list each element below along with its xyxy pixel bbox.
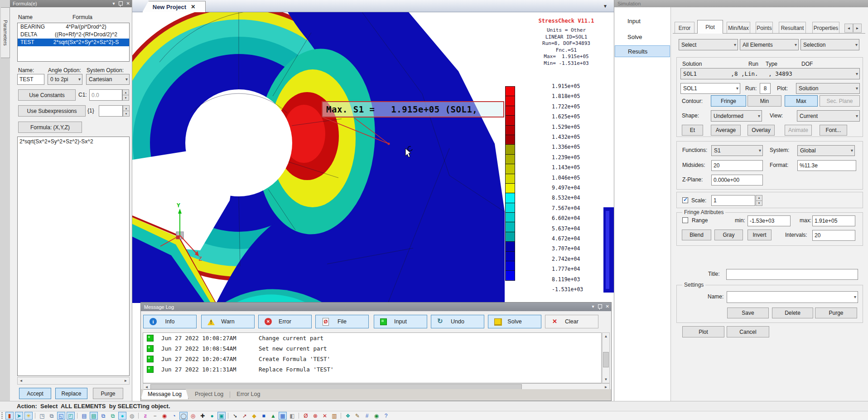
toolbar-drag-handle[interactable] <box>1 412 3 419</box>
pin-icon[interactable] <box>119 1 123 5</box>
tab-properties[interactable]: Properties <box>812 22 839 34</box>
font-button[interactable]: Font... <box>820 125 847 136</box>
subexpression-spinner[interactable] <box>123 105 130 117</box>
message-log-list[interactable]: Jun 27 2022 10:08:27AMChange current par… <box>143 332 602 383</box>
angle-dial-icon[interactable]: ◔ <box>170 412 178 420</box>
undo-filter-button[interactable]: Undo <box>431 315 484 328</box>
replace-button[interactable]: Replace <box>55 388 87 399</box>
scroll-right-icon[interactable]: ► <box>122 377 129 384</box>
solution-select[interactable]: SOL1 <box>680 83 740 94</box>
tab-resultant[interactable]: Resultant <box>779 22 806 34</box>
sim-nav-item-input[interactable]: Input <box>615 15 670 27</box>
window-teal-icon[interactable]: ◰ <box>67 412 75 420</box>
page-teal-icon[interactable]: ▤ <box>90 412 98 420</box>
tab-min-max[interactable]: Min/Max <box>727 22 750 34</box>
sim-nav-item-results[interactable]: Results <box>615 45 670 57</box>
no-entry-icon[interactable]: Ø <box>302 412 310 420</box>
functions-select[interactable]: S1 <box>711 145 763 156</box>
tab-scroll-right-icon[interactable]: ► <box>853 24 862 33</box>
overlay-button[interactable]: Overlay <box>747 125 775 136</box>
z-axis-icon[interactable]: ƶ <box>141 412 149 420</box>
cancel-button[interactable]: Cancel <box>727 326 769 337</box>
select-mode-select[interactable]: Select <box>679 39 738 50</box>
warn-filter-button[interactable]: Warn <box>201 315 255 328</box>
clear-filter-button[interactable]: Clear <box>545 315 598 328</box>
arrow-up-icon[interactable]: ➚ <box>241 412 249 420</box>
tab-scroll-left-icon[interactable]: ◄ <box>844 24 853 33</box>
green-triangle-icon[interactable]: ▲ <box>269 412 277 420</box>
boxed-sphere-icon[interactable]: ▣ <box>217 412 226 420</box>
formula-hscrollbar[interactable]: ◄ ► <box>17 377 130 385</box>
save-button[interactable]: Save <box>727 308 769 318</box>
min-button[interactable]: Min <box>747 95 781 107</box>
scroll-down-icon[interactable]: ▼ <box>603 376 609 383</box>
pin-icon[interactable] <box>598 304 602 308</box>
solve-filter-button[interactable]: Solve <box>488 315 541 328</box>
formula-editor[interactable]: 2*sqrt(Sx^2+Sy^2+Sz^2)-Sx^2 <box>17 137 130 376</box>
log-entry-row[interactable]: Jun 27 2022 10:20:47AMCreate Formula 'TE… <box>143 354 601 364</box>
info-filter-button[interactable]: Info <box>143 315 197 328</box>
window-new-icon[interactable]: ◳ <box>38 412 46 420</box>
input-filter-button[interactable]: Input <box>374 315 427 328</box>
purge-button[interactable]: Purge <box>93 388 123 399</box>
format-field[interactable]: %11.3e <box>797 160 856 171</box>
formula-xyz-button[interactable]: Formula: (X,Y,Z) <box>18 122 82 133</box>
name-field[interactable]: TEST <box>17 74 44 85</box>
help-icon[interactable]: ? <box>382 412 390 420</box>
tab-error[interactable]: Error <box>675 22 694 34</box>
tab-error-log[interactable]: Error Log <box>230 390 266 399</box>
shape-select[interactable]: Undeformed <box>711 110 762 122</box>
sphere-teal-icon[interactable]: ● <box>208 412 216 420</box>
range-checkbox[interactable] <box>682 217 688 223</box>
intervals-field[interactable]: 20 <box>812 230 855 241</box>
error-filter-button[interactable]: Error <box>258 315 312 328</box>
settings-name-select[interactable] <box>727 291 858 303</box>
tab-project-log[interactable]: Project Log <box>188 390 230 399</box>
sun-icon[interactable]: ✳ <box>24 412 33 420</box>
scale-spinner[interactable] <box>756 195 762 206</box>
formula-table-row[interactable]: BEARING4*Pa/(pi*Drod^2) <box>18 23 129 31</box>
log-vscrollbar[interactable]: ▲ ▼ <box>602 332 610 383</box>
use-subexpressions-button[interactable]: Use Subexpressions <box>18 105 86 117</box>
close-icon[interactable]: ✕ <box>126 1 130 6</box>
run-field[interactable]: 8 <box>760 83 771 94</box>
et-button[interactable]: Et <box>682 125 703 136</box>
plot-type-select[interactable]: Solution <box>796 83 860 94</box>
green-dot-icon[interactable]: ◉ <box>372 412 381 420</box>
scale-checkbox[interactable] <box>682 197 688 203</box>
max-field[interactable]: 1.91e+05 <box>812 215 855 226</box>
diamond-icon[interactable]: ◆ <box>250 412 258 420</box>
sim-nav-item-solve[interactable]: Solve <box>615 31 670 43</box>
tab-list-dropdown-icon[interactable]: ▼ <box>603 4 608 9</box>
tab-plot[interactable]: Plot <box>697 20 723 34</box>
scroll-up-icon[interactable]: ▲ <box>603 333 609 340</box>
gray-button[interactable]: Gray <box>714 230 743 240</box>
pencil-icon[interactable]: ✎ <box>353 412 362 420</box>
pointer-icon[interactable]: ➤ <box>15 412 23 420</box>
document-tab[interactable]: New Project ✕ <box>142 1 206 12</box>
copy-teal-icon[interactable]: ⧉ <box>109 412 117 420</box>
window-cascade-icon[interactable]: ⧉ <box>48 412 56 420</box>
delete-button[interactable]: Delete <box>772 308 813 318</box>
red-x-icon[interactable]: ✕ <box>321 412 329 420</box>
view-select[interactable]: Current <box>797 110 860 122</box>
dash-icon[interactable]: − <box>151 412 159 420</box>
invert-button[interactable]: Invert <box>747 230 772 240</box>
blue-square-icon[interactable]: ■ <box>260 412 268 420</box>
formula-table-row[interactable]: TEST2*sqrt(Sx^2+Sy^2+Sz^2)-S <box>18 39 129 46</box>
midsides-field[interactable]: 20 <box>711 160 763 171</box>
target-icon[interactable]: ◎ <box>189 412 197 420</box>
c1-spinner[interactable] <box>122 89 129 101</box>
record-icon[interactable]: ◉ <box>160 412 169 420</box>
settings-purge-button[interactable]: Purge <box>815 308 857 318</box>
page-blue-icon[interactable]: ▤ <box>80 412 88 420</box>
panel-menu-icon[interactable]: ▾ <box>113 1 115 6</box>
average-button[interactable]: Average <box>711 125 741 136</box>
formula-table-row[interactable]: DELTA((Ro+Rf)^2-(Rf+Drod/2)^2 <box>18 31 129 39</box>
cancel-circle-icon[interactable]: ⊗ <box>311 412 319 420</box>
fringe-button[interactable]: Fringe <box>711 95 746 107</box>
element-filter-select[interactable]: All Elements <box>740 39 799 50</box>
solution-run-combo[interactable]: SOL1 ,8 ,Lin. , 34893 <box>680 68 860 79</box>
plot-button[interactable]: Plot <box>682 326 724 337</box>
axes-cross-icon[interactable]: ✚ <box>198 412 207 420</box>
